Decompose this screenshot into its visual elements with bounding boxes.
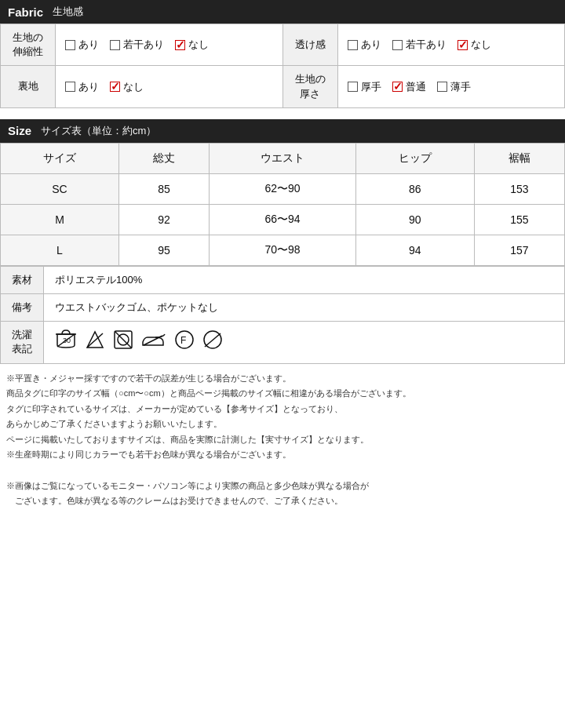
laundry-label: 洗濯 表記 — [1, 322, 44, 363]
transparency-options: あり 若干あり なし — [337, 24, 565, 66]
size-col-header-size: サイズ — [1, 143, 119, 173]
size-cell-1-1: 92 — [118, 204, 209, 235]
lining-option-2: なし — [110, 80, 144, 94]
stretch-options: あり 若干あり なし — [56, 24, 283, 66]
size-cell-2-0: L — [1, 235, 119, 265]
size-cell-0-3: 86 — [355, 173, 474, 204]
size-cell-1-0: M — [1, 204, 119, 235]
footer-notes: ※平置き・メジャー採すですので若干の誤差が生じる場合がございます。商品タグに印字… — [0, 364, 565, 518]
laundry-row: 洗濯 表記 30 — [1, 322, 565, 363]
size-cell-1-2: 66〜94 — [210, 204, 356, 235]
size-table-header-row: サイズ 総丈 ウエスト ヒップ 裾幅 — [1, 143, 565, 173]
size-col-header-hip: ヒップ — [355, 143, 474, 173]
transparency-checkbox-2 — [392, 40, 403, 50]
transparency-option-2: 若干あり — [392, 38, 447, 52]
size-cell-1-3: 90 — [355, 204, 474, 235]
fabric-title-en: Fabric — [8, 5, 43, 19]
footer-note-line: 商品タグに印字のサイズ幅（○cm〜○cm）と商品ページ掲載のサイズ幅に相違がある… — [6, 387, 559, 401]
wet-clean-icon — [202, 329, 223, 355]
footer-note-line: ※生産時期により同じカラーでも若干お色味が異なる場合がございます。 — [6, 448, 559, 462]
transparency-checkbox-3 — [457, 40, 468, 50]
material-row: 素材 ポリエステル100% — [1, 266, 565, 293]
size-table: サイズ 総丈 ウエスト ヒップ 裾幅 SC8562〜9086153M9266〜9… — [0, 143, 565, 266]
footer-note-line: ※画像はご覧になっているモニター・パソコン等により実際の商品と多少色味が異なる場… — [6, 479, 559, 493]
thickness-label-3: 薄手 — [450, 80, 471, 94]
fabric-title-jp: 生地感 — [53, 5, 83, 19]
footer-note-line: タグに印字されているサイズは、メーカーが定めている【参考サイズ】となっており、 — [6, 402, 559, 417]
size-cell-2-4: 157 — [474, 235, 564, 265]
laundry-icons: 30 — [55, 329, 553, 355]
thickness-option-2: 普通 — [392, 80, 426, 94]
size-cell-0-1: 85 — [118, 173, 209, 204]
stretch-checkbox-2 — [110, 40, 120, 50]
thickness-label-2: 普通 — [406, 80, 426, 94]
lining-label-2: なし — [123, 80, 144, 94]
size-table-row: M9266〜9490155 — [1, 204, 565, 235]
size-table-row: SC8562〜9086153 — [1, 173, 565, 204]
size-cell-2-3: 94 — [355, 235, 474, 265]
lining-label-1: あり — [78, 80, 99, 94]
size-cell-0-0: SC — [1, 173, 119, 204]
size-cell-0-4: 153 — [474, 173, 564, 204]
fabric-stretch-row: 生地の 伸縮性 あり 若干あり なし 透け — [1, 24, 565, 66]
fabric-table: 生地の 伸縮性 あり 若干あり なし 透け — [0, 24, 565, 108]
svg-line-10 — [205, 333, 221, 347]
size-title-en: Size — [8, 124, 31, 137]
thickness-option-3: 薄手 — [437, 80, 471, 94]
bleach-icon — [85, 329, 105, 355]
stretch-option-2: 若干あり — [110, 38, 164, 52]
thickness-label-1: 厚手 — [361, 80, 381, 94]
transparency-option-3: なし — [457, 38, 491, 52]
thickness-checkbox-2 — [392, 82, 403, 92]
thickness-label: 生地の厚さ — [282, 66, 337, 107]
size-section-header: Size サイズ表（単位：約cm） — [0, 119, 565, 143]
fabric-section-header: Fabric 生地感 — [0, 0, 565, 24]
footer-note-line: あらかじめご了承くださいますようお願いいたします。 — [6, 417, 559, 431]
svg-text:F: F — [180, 335, 186, 346]
transparency-label: 透け感 — [282, 24, 337, 66]
dry-clean-icon: F — [174, 329, 195, 355]
fabric-lining-row: 裏地 あり なし 生地の厚さ 厚 — [1, 66, 565, 107]
material-label: 素材 — [1, 266, 44, 293]
info-table: 素材 ポリエステル100% 備考 ウエストバックゴム、ポケットなし 洗濯 表記 … — [0, 266, 565, 364]
iron-icon — [141, 329, 166, 355]
footer-note-line — [6, 464, 559, 478]
thickness-options: 厚手 普通 薄手 — [337, 66, 565, 107]
notes-row: 備考 ウエストバックゴム、ポケットなし — [1, 293, 565, 321]
lining-label: 裏地 — [1, 66, 56, 107]
size-table-row: L9570〜9894157 — [1, 235, 565, 265]
stretch-option-1: あり — [65, 38, 99, 52]
transparency-option-1: あり — [348, 38, 381, 52]
stretch-label-3: なし — [188, 38, 209, 52]
thickness-checkbox-1 — [348, 82, 358, 92]
size-cell-1-4: 155 — [474, 204, 564, 235]
size-col-header-total: 総丈 — [118, 143, 209, 173]
footer-note-line: ページに掲載いたしておりますサイズは、商品を実際に計測した【実寸サイズ】となりま… — [6, 433, 559, 447]
stretch-checkbox-1 — [65, 40, 75, 50]
laundry-icons-cell: 30 — [44, 322, 565, 363]
size-col-header-waist: ウエスト — [210, 143, 356, 173]
size-cell-0-2: 62〜90 — [210, 173, 356, 204]
footer-note-line: ※平置き・メジャー採すですので若干の誤差が生じる場合がございます。 — [6, 372, 559, 386]
size-cell-2-2: 70〜98 — [210, 235, 356, 265]
footer-note-line: ございます。色味が異なる等のクレームはお受けできませんので、ご了承ください。 — [6, 494, 559, 508]
tumble-dry-icon — [113, 329, 133, 355]
size-col-header-hem: 裾幅 — [474, 143, 564, 173]
notes-label: 備考 — [1, 293, 44, 321]
transparency-checkbox-1 — [348, 40, 358, 50]
lining-options: あり なし — [56, 66, 283, 107]
size-cell-2-1: 95 — [118, 235, 209, 265]
transparency-label-3: なし — [471, 38, 491, 52]
stretch-label-1: あり — [78, 38, 99, 52]
material-value: ポリエステル100% — [44, 266, 565, 293]
lining-checkbox-2 — [110, 82, 120, 92]
stretch-checkbox-3 — [175, 40, 185, 50]
thickness-option-1: 厚手 — [348, 80, 381, 94]
transparency-label-2: 若干あり — [406, 38, 447, 52]
lining-option-1: あり — [65, 80, 99, 94]
thickness-checkbox-3 — [437, 82, 447, 92]
stretch-option-3: なし — [175, 38, 209, 52]
wash-icon: 30 — [55, 329, 77, 355]
stretch-label-2: 若干あり — [123, 38, 164, 52]
notes-value: ウエストバックゴム、ポケットなし — [44, 293, 565, 321]
